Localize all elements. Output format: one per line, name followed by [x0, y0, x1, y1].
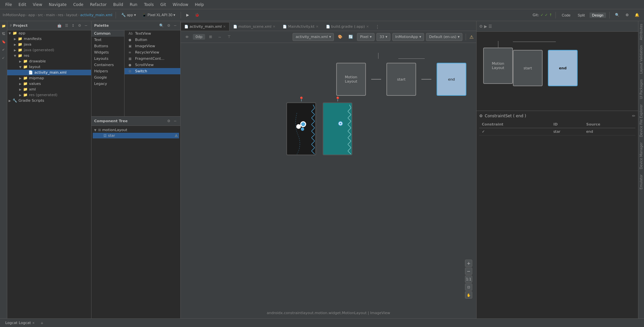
split-view-button[interactable]: Split	[575, 13, 587, 18]
breadcrumb-layout[interactable]: layout	[66, 13, 77, 17]
debug-button[interactable]: 🐞	[193, 12, 201, 18]
menu-tools[interactable]: Tools	[141, 2, 157, 8]
tree-manifests[interactable]: ▶ 📁 manifests	[7, 36, 91, 42]
palette-gear-icon[interactable]: ⚙	[166, 23, 171, 28]
sidebar-device-manager[interactable]: Device Manager	[639, 141, 644, 170]
palette-item-scrollview[interactable]: ● ScrollView	[125, 62, 180, 68]
warning-indicator[interactable]: ⚠	[469, 34, 474, 40]
tab-activity-close[interactable]: ✕	[223, 25, 226, 28]
logcat-add-button[interactable]: +	[39, 320, 45, 326]
tree-res-generated[interactable]: ▶ 📁 res (generated)	[7, 92, 91, 98]
tree-layout[interactable]: ▼ 📁 layout	[7, 64, 91, 70]
breadcrumb-res[interactable]: res	[58, 13, 63, 17]
comp-tree-minimize-icon[interactable]: −	[173, 119, 178, 124]
tab-activity-main[interactable]: 📄 activity_main.xml ✕	[181, 22, 230, 31]
git-check[interactable]: ✓	[540, 13, 543, 17]
logcat-close[interactable]: ✕	[32, 321, 35, 325]
tree-activity-main[interactable]: 📄 activity_main.xml	[7, 70, 91, 75]
palette-item-textview[interactable]: Ab TextView	[125, 30, 180, 37]
palette-item-recyclerview[interactable]: ≡ RecyclerView	[125, 49, 180, 55]
tab-buildgradle-close[interactable]: ✕	[366, 25, 369, 28]
right-panel-list-icon[interactable]: ☰	[488, 24, 492, 29]
palette-cat-containers[interactable]: Containers	[91, 62, 124, 68]
tab-motion-scene[interactable]: 📄 motion_scene.xml ✕	[230, 22, 279, 31]
tree-java-generated[interactable]: ▶ 📁 java (generated)	[7, 47, 91, 53]
tree-java[interactable]: ▶ 📁 java	[7, 42, 91, 47]
palette-item-switch[interactable]: ⊙ Switch	[125, 68, 180, 74]
tree-drawable[interactable]: ▶ 📁 drawable	[7, 58, 91, 64]
palette-minimize-icon[interactable]: −	[173, 23, 178, 28]
project-panel-android-icon[interactable]: 🤖	[56, 23, 63, 28]
tree-res[interactable]: ▼ 📁 res	[7, 53, 91, 58]
device-start-screen[interactable]	[286, 102, 316, 155]
palette-cat-text[interactable]: Text	[91, 37, 124, 43]
palette-cat-buttons[interactable]: Buttons	[91, 43, 124, 49]
breadcrumb-main[interactable]: main	[46, 13, 55, 17]
menu-help[interactable]: Help	[192, 2, 206, 8]
menu-view[interactable]: View	[30, 2, 45, 8]
menu-file[interactable]: File	[3, 2, 15, 8]
dp-value-label[interactable]: 0dp	[193, 34, 205, 40]
hand-tool[interactable]: ✋	[465, 291, 472, 299]
sidebar-structure-icon[interactable]: 🏗	[0, 30, 7, 37]
settings-button[interactable]: ⚙	[624, 12, 631, 18]
run-button[interactable]: ▶	[184, 12, 191, 18]
breadcrumb-file[interactable]: activity_main.xml	[80, 13, 112, 17]
tab-mainactivity[interactable]: 📄 MainActivity.kt ✕	[279, 22, 322, 31]
constraint-button[interactable]: ↔	[216, 34, 224, 40]
tab-buildgradle[interactable]: 📄 build.gradle (:app) ✕	[322, 22, 373, 31]
tabs-more-button[interactable]: ⋮	[373, 23, 382, 31]
right-panel-end-box[interactable]: end	[548, 50, 578, 86]
notification-icon[interactable]: 🔔	[633, 12, 641, 18]
right-panel-motion-box[interactable]: MotionLayout	[483, 48, 513, 84]
align-button[interactable]: ⊤	[226, 34, 233, 40]
sidebar-ui-packages[interactable]: UI Packages	[639, 78, 644, 100]
zoom-in-button[interactable]: +	[465, 260, 472, 267]
design-view-button[interactable]: Design	[590, 13, 606, 18]
motion-node-end[interactable]: end	[437, 63, 466, 96]
comp-motionlayout[interactable]: ▼ ⊞ motionLayout	[93, 127, 179, 133]
motion-node-start[interactable]: start	[386, 63, 416, 96]
breadcrumb-project[interactable]: InMotionApp	[3, 13, 25, 17]
sidebar-bookmarks-icon[interactable]: 🔖	[0, 38, 7, 45]
locale-dropdown[interactable]: Default (en-us) ▾	[426, 33, 462, 41]
breadcrumb-src[interactable]: src	[38, 13, 43, 17]
app-dropdown[interactable]: InMotionApp ▾	[392, 33, 424, 41]
palette-item-fragmentcont[interactable]: ▦ FragmentCont...	[125, 55, 180, 62]
menu-window[interactable]: Window	[170, 2, 191, 8]
device-dropdown[interactable]: 📱 Pixel XL API 30 ▾	[140, 12, 178, 18]
api-dropdown[interactable]: 33 ▾	[376, 33, 390, 41]
breadcrumb-app[interactable]: app	[28, 13, 35, 17]
palette-cat-helpers[interactable]: Helpers	[91, 68, 124, 74]
git-check2[interactable]: ✓	[545, 13, 548, 17]
sidebar-layout-validation[interactable]: Layout Validation	[639, 44, 644, 75]
theme-button[interactable]: 🎨	[336, 34, 344, 40]
palette-cat-widgets[interactable]: Widgets	[91, 49, 124, 55]
palette-cat-google[interactable]: Google	[91, 74, 124, 81]
layout-file-dropdown[interactable]: activity_main.xml ▾	[293, 33, 334, 41]
sidebar-commit-icon[interactable]: ✔	[0, 46, 7, 53]
orientation-button[interactable]: 🔄	[346, 34, 355, 40]
git-arrow[interactable]: ↑	[549, 13, 552, 17]
comp-tree-gear-icon[interactable]: ⚙	[166, 119, 171, 124]
menu-run[interactable]: Run	[127, 2, 140, 8]
code-view-button[interactable]: Code	[559, 13, 573, 18]
menu-build[interactable]: Build	[111, 2, 126, 8]
right-panel-start-box[interactable]: start	[513, 50, 543, 86]
pixel-dropdown[interactable]: Pixel ▾	[357, 33, 375, 41]
project-panel-list-icon[interactable]: ☰	[64, 23, 69, 28]
tree-gradle[interactable]: ▶ 🔧 Gradle Scripts	[7, 98, 91, 103]
sidebar-attributes[interactable]: Attributes	[639, 22, 644, 41]
tree-mipmap[interactable]: ▶ 📁 mipmap	[7, 75, 91, 81]
palette-cat-layouts[interactable]: Layouts	[91, 55, 124, 62]
comp-star[interactable]: 🖼 star ⚠	[93, 133, 179, 138]
sidebar-project-icon[interactable]: 📁	[0, 22, 7, 29]
constraint-set-edit-button[interactable]: ✏	[632, 114, 635, 118]
tree-values[interactable]: ▶ 📁 values	[7, 81, 91, 87]
project-panel-sort-icon[interactable]: ↕	[71, 23, 76, 28]
tree-app[interactable]: ▼ 📁 app	[7, 30, 91, 36]
palette-cat-legacy[interactable]: Legacy	[91, 81, 124, 87]
menu-git[interactable]: Git	[158, 2, 168, 8]
palette-item-button[interactable]: ● Button	[125, 37, 180, 43]
run-config-dropdown[interactable]: 🔧 app ▾	[119, 12, 138, 18]
